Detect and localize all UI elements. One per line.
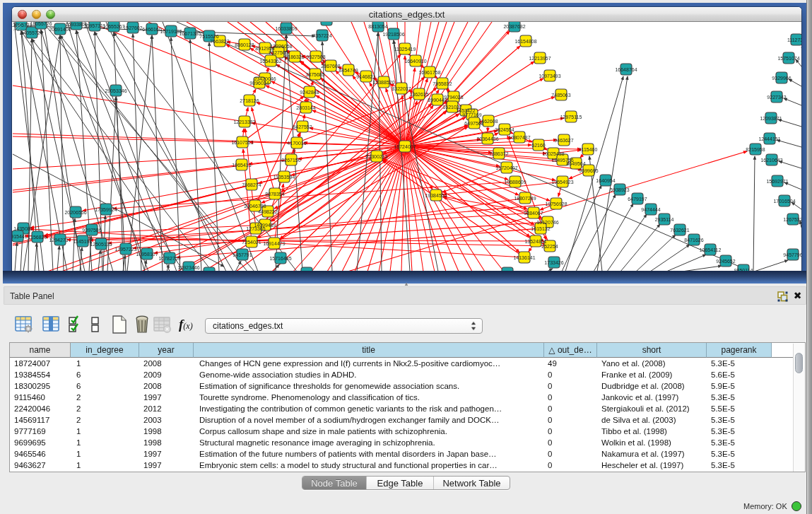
column-header-out_de[interactable]: △ out_de… bbox=[544, 343, 597, 358]
network-canvas[interactable]: 1205572114055724180557262069140616933809… bbox=[12, 22, 801, 271]
graph-node[interactable] bbox=[321, 22, 332, 25]
table-toolbar: f(x) citations_edges.txt bbox=[4, 309, 806, 340]
table-row[interactable]: 2242004622012Investigating the contribut… bbox=[10, 403, 793, 414]
cell-year: 2009 bbox=[143, 369, 194, 380]
graph-edge[interactable] bbox=[777, 140, 801, 147]
delete-icon[interactable] bbox=[134, 315, 150, 334]
table-select-dropdown[interactable]: citations_edges.txt bbox=[205, 318, 483, 334]
graph-edge[interactable] bbox=[789, 79, 801, 86]
resize-grip-icon[interactable] bbox=[12, 22, 21, 31]
table-row[interactable]: 946362711997Embryonic stem cells: a mode… bbox=[10, 460, 793, 471]
graph-node-label: 9777169 bbox=[462, 112, 481, 117]
graph-edge[interactable] bbox=[597, 76, 628, 271]
cell-pagerank: 5.6E-5 bbox=[711, 369, 772, 380]
app-window-edge[interactable] bbox=[806, 0, 812, 514]
select-all-icon[interactable] bbox=[69, 315, 84, 334]
tab-edge-table[interactable]: Edge Table bbox=[367, 477, 434, 489]
column-header-in_degree[interactable]: in_degree bbox=[71, 343, 139, 358]
graph-node-label: 16033809 bbox=[275, 26, 297, 31]
delete-table-icon[interactable] bbox=[153, 315, 172, 334]
memory-ok-indicator[interactable] bbox=[792, 501, 801, 511]
graph-node-label: 29053346 bbox=[105, 88, 126, 93]
graph-edge[interactable] bbox=[784, 182, 801, 189]
cell-short: Stergiakouli et al. (2012) bbox=[601, 403, 707, 414]
tab-network-table[interactable]: Network Table bbox=[434, 477, 510, 489]
table-row[interactable]: 911546021997Tourette syndrome. Phenomeno… bbox=[10, 392, 793, 403]
graph-edge[interactable] bbox=[383, 160, 536, 241]
vertical-scrollbar[interactable] bbox=[793, 344, 804, 472]
tab-node-table[interactable]: Node Table bbox=[302, 477, 367, 489]
table-row[interactable]: 1938455462009Genome-wide association stu… bbox=[10, 369, 793, 380]
table-row[interactable]: 1872400712008Changes of HCN gene express… bbox=[10, 358, 793, 369]
graph-edge[interactable] bbox=[15, 243, 17, 271]
graph-node-label: 8215958 bbox=[746, 147, 765, 152]
graph-node-label: 13226058 bbox=[270, 44, 292, 49]
graph-node-label: 3875685 bbox=[305, 72, 324, 77]
network-window-titlebar[interactable]: citations_edges.txt bbox=[12, 7, 801, 22]
table-row[interactable]: 1456911722003Disruption of a novel membe… bbox=[10, 414, 793, 426]
graph-node-label: 4170016 bbox=[287, 141, 306, 146]
graph-edge[interactable] bbox=[594, 204, 633, 271]
graph-edge[interactable] bbox=[754, 260, 788, 271]
graph-edge[interactable] bbox=[13, 146, 405, 169]
new-file-icon[interactable] bbox=[111, 315, 128, 334]
column-header-name[interactable]: name bbox=[10, 343, 71, 358]
graph-edge[interactable] bbox=[792, 202, 801, 209]
graph-edge[interactable] bbox=[620, 224, 660, 271]
table-row[interactable]: 969969511998Structural magnetic resonanc… bbox=[10, 437, 793, 448]
graph-node-label: 16671385 bbox=[179, 31, 201, 36]
cell-year: 1998 bbox=[143, 426, 194, 437]
table-row[interactable]: 946554611997Estimation of the future num… bbox=[10, 448, 793, 460]
column-header-year[interactable]: year bbox=[139, 343, 194, 358]
graph-node-label: 9146821 bbox=[356, 74, 375, 79]
graph-edge[interactable] bbox=[779, 161, 801, 168]
graph-edge[interactable] bbox=[171, 37, 180, 271]
graph-edge[interactable] bbox=[753, 156, 755, 271]
graph-edge[interactable] bbox=[35, 243, 37, 271]
column-settings-icon[interactable] bbox=[15, 315, 33, 334]
graph-edge[interactable] bbox=[190, 40, 201, 271]
graph-edge[interactable] bbox=[113, 182, 515, 209]
select-columns-icon[interactable] bbox=[42, 315, 61, 334]
graph-edge[interactable] bbox=[607, 214, 647, 271]
graph-edge[interactable] bbox=[13, 165, 242, 190]
graph-edge[interactable] bbox=[348, 151, 747, 271]
graph-edge[interactable] bbox=[293, 146, 405, 271]
network-window[interactable]: citations_edges.txt 12055721140557241805… bbox=[12, 7, 801, 271]
splitter-collapse-icon[interactable]: ▴ bbox=[401, 282, 411, 287]
cell-pagerank: 5.5E-5 bbox=[711, 403, 772, 414]
graph-edge[interactable] bbox=[784, 98, 801, 105]
column-header-pagerank[interactable]: pagerank bbox=[707, 343, 772, 358]
function-builder-icon[interactable]: f(x) bbox=[179, 317, 193, 332]
unselect-all-icon[interactable] bbox=[90, 315, 100, 334]
graph-edge[interactable] bbox=[379, 146, 405, 271]
column-header-title[interactable]: title bbox=[194, 343, 544, 358]
graph-edge[interactable] bbox=[442, 22, 479, 83]
graph-edge[interactable] bbox=[108, 204, 556, 243]
graph-edge[interactable] bbox=[636, 235, 676, 271]
graph-node-label: 9896034 bbox=[249, 81, 269, 86]
graph-edge[interactable] bbox=[650, 245, 690, 271]
table-row[interactable]: 1830029562008Estimation of significance … bbox=[10, 380, 793, 392]
graph-edge[interactable] bbox=[67, 22, 145, 271]
graph-edge[interactable] bbox=[405, 146, 423, 271]
cell-name: 9463627 bbox=[14, 460, 71, 471]
graph-node-label: 10120746 bbox=[536, 220, 558, 225]
graph-edge[interactable] bbox=[443, 182, 563, 194]
cell-year: 2012 bbox=[143, 403, 194, 414]
close-icon[interactable]: ✖ bbox=[792, 291, 803, 301]
graph-node-label: 9794028 bbox=[444, 95, 463, 100]
graph-edge[interactable] bbox=[800, 221, 801, 228]
graph-node-label: 9884067 bbox=[524, 211, 543, 216]
column-header-short[interactable]: short bbox=[597, 343, 707, 358]
graph-node-label: 15716485 bbox=[269, 256, 291, 261]
scrollbar-thumb[interactable] bbox=[795, 353, 803, 373]
graph-edge[interactable] bbox=[576, 194, 616, 271]
table-row[interactable]: 977716911998Corpus callosum shape and si… bbox=[10, 426, 793, 437]
graph-node-label: 18724007 bbox=[394, 144, 416, 149]
graph-edge[interactable] bbox=[778, 119, 801, 127]
cell-in_degree: 1 bbox=[76, 358, 139, 369]
float-window-icon[interactable] bbox=[777, 291, 788, 302]
graph-edge[interactable] bbox=[106, 22, 226, 271]
graph-edge[interactable] bbox=[796, 59, 801, 66]
